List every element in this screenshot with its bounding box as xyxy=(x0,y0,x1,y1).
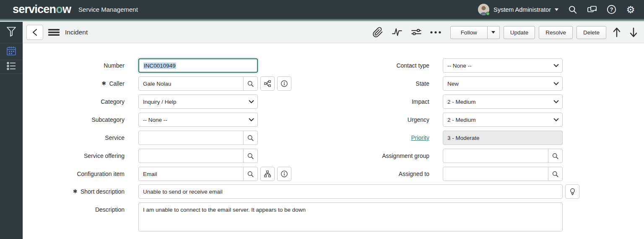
global-search-icon[interactable] xyxy=(568,5,578,15)
chevron-down-icon xyxy=(550,100,562,103)
hamburger-icon xyxy=(48,28,60,37)
subcategory-value: -- None -- xyxy=(139,117,245,123)
urgency-select[interactable]: 2 - Medium xyxy=(443,113,563,127)
follow-split-button: Follow xyxy=(450,26,500,39)
caller-lookup-button[interactable] xyxy=(243,77,257,90)
chevron-down-icon xyxy=(550,82,562,85)
short-description-value: Unable to send or receive email xyxy=(139,189,562,195)
sidebar-checklist-item[interactable] xyxy=(0,60,23,74)
urgency-label: Urgency xyxy=(298,113,429,127)
user-menu-caret-icon[interactable] xyxy=(555,8,558,11)
configuration-item-reference-field[interactable]: Email xyxy=(138,167,258,181)
service-offering-reference-field[interactable] xyxy=(138,149,258,163)
impact-select[interactable]: 2 - Medium xyxy=(443,95,563,109)
calendar-icon xyxy=(6,45,17,58)
assigned-to-reference-field[interactable] xyxy=(443,167,563,181)
configuration-item-label: Configuration item xyxy=(23,167,125,181)
chevron-left-icon xyxy=(32,29,37,36)
impact-value: 2 - Medium xyxy=(443,99,550,105)
state-label: State xyxy=(298,76,429,91)
servicenow-logo[interactable]: servicenow xyxy=(13,0,71,19)
record-title: Incident xyxy=(65,29,88,36)
update-button[interactable]: Update xyxy=(504,26,535,39)
help-icon[interactable]: ? xyxy=(606,5,616,15)
settings-gear-icon[interactable]: ⚙ xyxy=(626,5,636,15)
state-select[interactable]: New xyxy=(443,76,563,91)
next-record-icon[interactable] xyxy=(629,27,638,38)
personalize-form-icon[interactable] xyxy=(410,26,423,39)
presence-indicator xyxy=(486,12,490,16)
resolve-button[interactable]: Resolve xyxy=(539,26,573,39)
number-value: INC0010949 xyxy=(143,63,176,69)
configuration-item-lookup-button[interactable] xyxy=(243,167,257,181)
priority-value: 3 - Moderate xyxy=(443,135,562,141)
caret-down-icon xyxy=(491,31,495,34)
back-button[interactable] xyxy=(26,25,43,40)
form-context-menu-button[interactable] xyxy=(48,28,60,37)
product-name: Service Management xyxy=(78,6,138,13)
caller-show-related-button[interactable] xyxy=(260,76,275,91)
category-select[interactable]: Inquiry / Help xyxy=(138,95,258,109)
required-icon: ✱ xyxy=(73,184,78,199)
service-lookup-button[interactable] xyxy=(243,131,257,144)
short-description-input[interactable]: Unable to send or receive email xyxy=(138,184,563,199)
form-toolbar: Incident Follow xyxy=(23,22,644,43)
priority-link[interactable]: Priority xyxy=(411,134,429,141)
subcategory-select[interactable]: -- None -- xyxy=(138,113,258,127)
assigned-to-label: Assigned to xyxy=(298,167,429,181)
search-icon xyxy=(247,80,254,87)
previous-record-icon[interactable] xyxy=(612,27,621,38)
top-header-bar: servicenow Service Management System Adm… xyxy=(0,0,644,19)
attachment-icon[interactable] xyxy=(371,26,384,39)
chevron-down-icon xyxy=(550,118,562,121)
contact-type-label: Contact type xyxy=(298,58,429,73)
svg-text:?: ? xyxy=(610,7,613,13)
configuration-item-dependency-view-button[interactable] xyxy=(260,167,275,181)
subcategory-label: Subcategory xyxy=(23,113,125,127)
info-icon xyxy=(280,170,288,178)
caller-preview-button[interactable] xyxy=(277,76,291,91)
contact-type-value: -- None -- xyxy=(443,63,550,69)
edge-sidebar xyxy=(0,22,23,239)
assigned-to-lookup-button[interactable] xyxy=(548,167,562,181)
delete-button[interactable]: Delete xyxy=(576,26,606,39)
conversations-icon[interactable] xyxy=(587,5,597,15)
state-value: New xyxy=(443,81,550,87)
caller-value: Gale Nolau xyxy=(139,81,243,87)
follow-caret-button[interactable] xyxy=(488,26,500,39)
knowledge-search-button[interactable] xyxy=(565,184,579,199)
number-label: Number xyxy=(23,58,125,73)
chevron-down-icon xyxy=(550,64,562,67)
lightbulb-icon xyxy=(569,188,576,196)
number-input[interactable]: INC0010949 xyxy=(138,58,258,73)
assignment-group-lookup-button[interactable] xyxy=(548,149,562,163)
search-icon xyxy=(247,134,254,142)
filter-icon xyxy=(6,26,17,39)
user-menu[interactable]: System Administrator xyxy=(493,6,551,13)
configuration-item-preview-button[interactable] xyxy=(277,167,291,181)
short-description-label: ✱Short description xyxy=(23,184,125,199)
configuration-item-value: Email xyxy=(139,171,243,177)
service-reference-field[interactable] xyxy=(138,131,258,145)
category-label: Category xyxy=(23,95,125,109)
follow-button[interactable]: Follow xyxy=(450,26,488,39)
servicenow-window: servicenow Service Management System Adm… xyxy=(0,0,644,239)
incident-form: Number INC0010949 ✱Caller Gale Nolau xyxy=(23,43,644,239)
contact-type-select[interactable]: -- None -- xyxy=(443,58,563,73)
description-textarea[interactable]: I am unable to connect to the email serv… xyxy=(138,202,563,231)
priority-readonly-field: 3 - Moderate xyxy=(443,131,563,145)
description-value: I am unable to connect to the email serv… xyxy=(139,203,562,213)
service-offering-lookup-button[interactable] xyxy=(243,149,257,163)
sidebar-filter-navigator[interactable] xyxy=(0,22,23,43)
caller-reference-field[interactable]: Gale Nolau xyxy=(138,76,258,91)
search-icon xyxy=(552,171,559,178)
hierarchy-tree-icon xyxy=(264,170,271,178)
sidebar-calendar-item[interactable] xyxy=(0,43,23,60)
info-icon xyxy=(280,80,288,87)
more-options-icon[interactable] xyxy=(429,26,442,39)
caller-label: ✱Caller xyxy=(23,76,125,91)
assignment-group-reference-field[interactable] xyxy=(443,149,563,163)
user-avatar[interactable] xyxy=(478,4,489,15)
search-icon xyxy=(552,152,559,160)
activity-stream-icon[interactable] xyxy=(391,26,403,39)
